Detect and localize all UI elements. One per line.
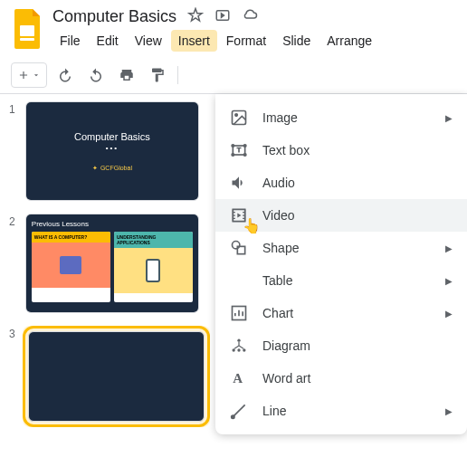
print-button[interactable]: [114, 62, 139, 88]
shape-icon: [230, 239, 248, 257]
insert-audio[interactable]: Audio: [215, 167, 467, 199]
chevron-right-icon: ▶: [445, 243, 453, 253]
lesson-card: WHAT IS A COMPUTER?: [32, 232, 110, 302]
svg-point-6: [232, 145, 234, 148]
content-area: 1 Computer Basics ••• ✦GCFGlobal 2 Previ…: [0, 94, 467, 447]
slide-number: 2: [9, 214, 18, 313]
menubar: File Edit View Insert Format Slide Arran…: [52, 30, 456, 52]
insert-shape[interactable]: Shape ▶: [215, 232, 467, 264]
diagram-icon: [230, 337, 248, 355]
svg-point-8: [232, 154, 234, 157]
star-icon[interactable]: [187, 7, 204, 26]
menu-format[interactable]: Format: [219, 30, 273, 52]
chevron-right-icon: ▶: [445, 113, 453, 123]
svg-point-18: [232, 415, 234, 418]
insert-chart[interactable]: Chart ▶: [215, 297, 467, 329]
chevron-right-icon: ▶: [445, 406, 453, 416]
insert-image[interactable]: Image ▶: [215, 101, 467, 134]
insert-video[interactable]: Video 👆: [215, 199, 467, 232]
cloud-icon[interactable]: [242, 7, 258, 26]
document-title[interactable]: Computer Basics: [52, 7, 176, 26]
redo-button[interactable]: [83, 62, 109, 88]
audio-icon: [230, 174, 248, 192]
table-icon: [230, 271, 248, 290]
paint-format-button[interactable]: [145, 62, 170, 88]
slides-panel: 1 Computer Basics ••• ✦GCFGlobal 2 Previ…: [0, 94, 208, 447]
image-icon: [230, 109, 248, 127]
svg-point-10: [233, 242, 240, 249]
toolbar: [0, 57, 467, 94]
undo-button[interactable]: [52, 62, 78, 88]
slide-thumbnail-1[interactable]: 1 Computer Basics ••• ✦GCFGlobal: [9, 101, 199, 201]
svg-point-4: [235, 114, 238, 116]
lesson-card: UNDERSTANDING APPLICATIONS: [114, 232, 193, 302]
insert-textbox[interactable]: Text box: [215, 134, 467, 167]
svg-point-13: [237, 339, 240, 342]
insert-line[interactable]: Line ▶: [215, 395, 467, 427]
menu-view[interactable]: View: [128, 30, 169, 52]
slide-number: 3: [9, 326, 15, 427]
chart-icon: [230, 304, 248, 322]
line-icon: [230, 402, 248, 420]
slide-thumbnail-3[interactable]: 3: [9, 326, 199, 427]
insert-diagram[interactable]: Diagram: [215, 329, 467, 362]
title-area: Computer Basics File Edit View Insert Fo…: [52, 7, 456, 52]
new-slide-button[interactable]: [11, 62, 47, 88]
slide-title-text: Computer Basics: [74, 131, 150, 142]
wordart-icon: A: [230, 369, 248, 387]
menu-arrange[interactable]: Arrange: [319, 30, 379, 52]
svg-text:A: A: [233, 371, 243, 386]
svg-rect-0: [20, 25, 34, 36]
menu-slide[interactable]: Slide: [275, 30, 318, 52]
slide-logo: ✦GCFGlobal: [92, 165, 132, 172]
svg-point-7: [243, 145, 246, 148]
slide-thumbnail-2[interactable]: 2 Previous Lessons WHAT IS A COMPUTER? U…: [9, 214, 199, 313]
app-header: Computer Basics File Edit View Insert Fo…: [0, 0, 467, 52]
textbox-icon: [230, 141, 248, 159]
toolbar-separator: [177, 66, 178, 84]
svg-point-15: [237, 348, 240, 351]
chevron-right-icon: ▶: [445, 276, 453, 286]
slide-header-text: Previous Lessons: [32, 220, 193, 228]
chevron-right-icon: ▶: [445, 309, 453, 319]
insert-dropdown: Image ▶ Text box Audio Video 👆 Shape ▶ T…: [215, 94, 467, 434]
menu-file[interactable]: File: [52, 30, 88, 52]
app-logo: [11, 7, 43, 51]
menu-insert[interactable]: Insert: [171, 30, 217, 52]
svg-rect-1: [20, 38, 34, 41]
insert-wordart[interactable]: A Word art: [215, 362, 467, 395]
move-icon[interactable]: [214, 7, 231, 26]
slide-number: 1: [9, 101, 18, 201]
svg-point-9: [243, 154, 246, 157]
insert-table[interactable]: Table ▶: [215, 264, 467, 297]
menu-edit[interactable]: Edit: [90, 30, 126, 52]
dots-decoration: •••: [106, 144, 119, 152]
